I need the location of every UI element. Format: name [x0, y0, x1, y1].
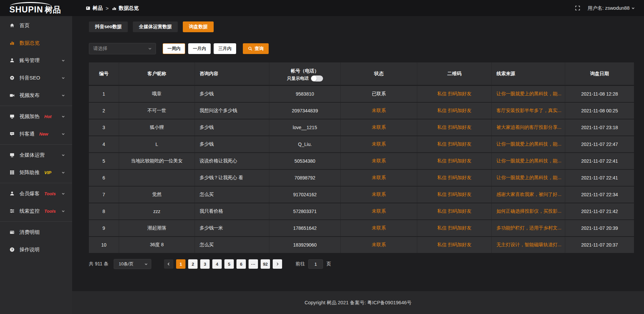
page-button-2[interactable]: 2 [188, 259, 198, 269]
range-week-button[interactable]: 一周内 [163, 43, 185, 54]
source-link[interactable]: 让你一眼就爱上的黑科技，能... [496, 158, 561, 163]
page-more-button[interactable]: ··· [249, 259, 258, 269]
qr-action-link[interactable]: 私信 扫码加好友 [437, 242, 472, 247]
chevron-down-icon [61, 93, 65, 98]
cell-account: 183929060 [269, 237, 341, 254]
table-row: 4 L 多少钱 Q_Liu. 未联系 私信 扫码加好友 让你一眼就爱上的黑科技，… [89, 136, 634, 153]
cell-account: 917024162 [269, 187, 341, 203]
sidebar-item-matrix-boost[interactable]: 矩阵助推 VIP [0, 164, 72, 181]
sidebar-item-home[interactable]: 首页 [0, 17, 72, 34]
sidebar-item-video-heating[interactable]: 视频加热 Hot [0, 108, 72, 125]
source-link[interactable]: 让你一眼就爱上的黑科技，能... [496, 141, 561, 147]
qr-action-link[interactable]: 私信 扫码加好友 [437, 225, 472, 230]
sidebar-item-member-burst[interactable]: 会员爆客 Tools [0, 185, 72, 202]
cell-id: 7 [89, 187, 119, 203]
status-badge: 未联系 [372, 242, 386, 247]
phone-only-toggle[interactable] [311, 75, 323, 82]
source-link[interactable]: 让你一眼就爱上的黑科技，能... [496, 175, 561, 180]
sidebar-item-label: 全媒体运营 [19, 152, 45, 158]
tab-omnimedia-data[interactable]: 全媒体运营数据 [133, 21, 178, 32]
account-select[interactable]: 请选择 [89, 43, 156, 54]
page-button-92[interactable]: 92 [261, 259, 270, 269]
sidebar-item-spending-details[interactable]: 消费明细 [0, 223, 72, 241]
cell-content: 怎么买 [195, 237, 269, 254]
page-size-select[interactable]: 10条/页 [114, 259, 151, 269]
sidebar-item-video-publish[interactable]: 视频发布 [0, 87, 72, 104]
hot-badge: Hot [44, 114, 52, 119]
qr-action-link[interactable]: 私信 扫码加好友 [437, 124, 472, 130]
sidebar-divider [0, 221, 72, 222]
sidebar-item-label: 操作说明 [19, 247, 40, 253]
next-page-button[interactable] [273, 259, 282, 269]
table-row: 10 36度 8 怎么买 183929060 未联系 私信 扫码加好友 无主灯设… [89, 237, 634, 254]
sidebar-item-data-overview[interactable]: 数据总览 [0, 34, 72, 52]
page-button-4[interactable]: 4 [212, 259, 222, 269]
query-button[interactable]: 查询 [243, 43, 269, 54]
qr-action-link[interactable]: 私信 扫码加好友 [437, 141, 472, 147]
page-button-6[interactable]: 6 [236, 259, 246, 269]
chevron-down-icon [148, 46, 152, 51]
cell-status: 未联系 [341, 103, 417, 119]
qr-action-link[interactable]: 私信 扫码加好友 [437, 108, 472, 113]
qr-action-link[interactable]: 私信 扫码加好友 [437, 208, 472, 214]
sidebar-item-omnimedia-operation[interactable]: 全媒体运营 [0, 146, 72, 164]
cell-account: 50534380 [269, 153, 341, 170]
chevron-left-icon [167, 262, 171, 266]
cell-content: 多少钱 [195, 136, 269, 153]
qr-action-link[interactable]: 私信 扫码加好友 [437, 158, 472, 163]
source-link[interactable]: 无主灯设计，智能磁吸轨道灯... [496, 242, 561, 247]
table-row: 7 觉然 怎么买 917024162 未联系 私信 扫码加好友 感谢大家喜欢我家… [89, 187, 634, 203]
user-menu[interactable]: 用户名: zswodun88 [588, 5, 635, 11]
page-button-1[interactable]: 1 [176, 259, 185, 269]
range-month-button[interactable]: 一月内 [188, 43, 211, 54]
cell-date: 2021-11-07 22:41 [565, 153, 634, 170]
source-link[interactable]: 被大家追着问的客厅投影分享... [496, 124, 561, 130]
cell-nickname: zzz [119, 203, 195, 220]
source-link[interactable]: 让你一眼就爱上的黑科技，能... [496, 91, 561, 96]
table-row: 8 zzz 我只看价格 572803371 未联系 私信 扫码加好友 如何正确选… [89, 203, 634, 220]
wallet-icon [9, 229, 15, 235]
sidebar-item-douyin-seo[interactable]: 抖音SEO [0, 69, 72, 87]
col-header-content: 咨询内容 [195, 62, 269, 86]
goto-page-input[interactable] [308, 259, 323, 269]
cell-qrcode: 私信 扫码加好友 [417, 187, 492, 203]
source-link[interactable]: 感谢大家喜欢我家，被问了好... [496, 192, 561, 197]
status-badge: 未联系 [372, 124, 386, 130]
page-size-value: 10条/页 [119, 261, 133, 267]
qr-action-link[interactable]: 私信 扫码加好友 [437, 91, 472, 96]
cell-qrcode: 私信 扫码加好友 [417, 86, 492, 103]
breadcrumb-root[interactable]: 树品 [86, 5, 103, 11]
screen-icon [9, 114, 15, 119]
sidebar-item-lead-monitoring[interactable]: 线索监控 Tools [0, 202, 72, 220]
app-square-icon [86, 6, 91, 11]
chevron-down-icon [61, 209, 65, 213]
tab-inquiry-data[interactable]: 询盘数据 [183, 21, 214, 32]
chevron-down-icon [61, 114, 65, 119]
fullscreen-icon[interactable] [575, 5, 580, 11]
cell-nickname: 36度 8 [119, 237, 195, 254]
qr-action-link[interactable]: 私信 扫码加好友 [437, 175, 472, 180]
sidebar: 首页 数据总览 账号管理 抖音SEO 视频发布 [0, 16, 72, 314]
page-button-3[interactable]: 3 [200, 259, 210, 269]
sidebar-item-account-management[interactable]: 账号管理 [0, 52, 72, 69]
content: 抖音seo数据 全媒体运营数据 询盘数据 请选择 一周内 一月内 三月内 [72, 16, 644, 269]
page-button-5[interactable]: 5 [224, 259, 234, 269]
sidebar-item-instructions[interactable]: ? 操作说明 [0, 241, 72, 258]
logo-zone: SHUPIN树品 [0, 1, 72, 15]
prev-page-button[interactable] [164, 259, 173, 269]
qr-action-link[interactable]: 私信 扫码加好友 [437, 192, 472, 197]
tab-douyin-seo-data[interactable]: 抖音seo数据 [89, 21, 128, 32]
cell-qrcode: 私信 扫码加好友 [417, 103, 492, 119]
source-link[interactable]: 如何正确选择投影仪，买投影... [496, 208, 561, 214]
cell-id: 10 [89, 237, 119, 254]
source-link[interactable]: 多功能护栏灯，适用于乡村文... [496, 225, 561, 230]
chevron-down-icon [61, 153, 65, 157]
sidebar-divider [0, 106, 72, 106]
sidebar-item-douketong[interactable]: 抖客通 New [0, 125, 72, 143]
col-header-date: 询盘日期 [565, 62, 634, 86]
breadcrumb-current[interactable]: 数据总览 [112, 5, 139, 11]
range-quarter-button[interactable]: 三月内 [214, 43, 236, 54]
vip-badge: VIP [44, 170, 51, 175]
status-badge: 未联系 [372, 192, 386, 197]
source-link[interactable]: 客厅安装投影半年多了，真实... [496, 108, 561, 113]
